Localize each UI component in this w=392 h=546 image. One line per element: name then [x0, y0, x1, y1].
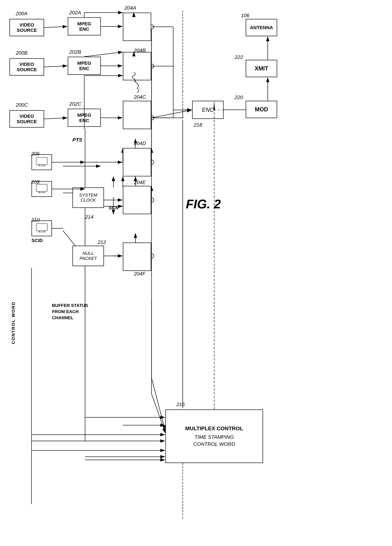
mod-box: MOD: [246, 101, 277, 118]
mpeg-enc-b: MPEGENC: [68, 57, 101, 75]
video-source-c: VIDEOSOURCE: [9, 110, 44, 128]
enc-box: ENC: [192, 101, 224, 119]
svg-rect-55: [36, 184, 47, 191]
svg-line-82: [151, 394, 165, 433]
ref-204b: 204B: [134, 48, 146, 53]
ref-202b: 202B: [69, 49, 81, 55]
mux-204a: [123, 13, 151, 41]
antenna-box: ANTENNA: [246, 19, 277, 36]
ref-206: 206: [31, 151, 39, 157]
ref-222: 222: [235, 54, 243, 60]
scr-label: SCR: [109, 205, 119, 210]
computer-icon-208: [35, 183, 48, 195]
svg-line-42: [151, 378, 165, 430]
svg-rect-59: [39, 231, 44, 232]
mpeg-enc-c: MPEGENC: [68, 109, 101, 127]
system-clock: SYSTEMCLOCK: [72, 187, 104, 208]
diagram: VIDEO SOURCE VIDEOSOURCE VIDEOSOURCE MPE…: [0, 0, 392, 546]
ref-204e: 204E: [134, 180, 146, 185]
mux-204f: [123, 242, 151, 271]
ref-200a: 200A: [16, 11, 27, 17]
ref-204d: 204D: [134, 141, 146, 146]
svg-rect-56: [39, 191, 44, 193]
detail-arrows: [0, 0, 392, 546]
computer-icon-210: [35, 223, 48, 234]
svg-line-4: [44, 118, 67, 119]
mux-204d: [123, 148, 151, 176]
computer-icon-206: [35, 157, 48, 168]
ref-204f: 204F: [134, 271, 145, 277]
video-source-b: VIDEOSOURCE: [9, 58, 44, 76]
fig-label: FIG. 2: [186, 197, 221, 211]
ref-208: 208: [31, 179, 39, 185]
svg-line-10: [151, 110, 192, 118]
mux-204c: [123, 101, 151, 129]
ref-106: 106: [241, 13, 249, 19]
control-word-label: CONTROL WORD: [9, 268, 17, 378]
pts-label: PTS: [72, 137, 82, 143]
ref-216: 216: [176, 402, 185, 407]
ref-214: 214: [85, 214, 93, 220]
svg-line-47: [84, 52, 123, 57]
ref-200b: 200B: [16, 50, 27, 56]
ref-204c: 204C: [134, 94, 146, 100]
video-source-a: VIDEO SOURCE: [9, 19, 44, 36]
svg-rect-52: [36, 157, 47, 165]
diagram-svg: [0, 0, 392, 546]
ref-202a: 202A: [69, 10, 81, 16]
mpeg-enc-a: MPEGENC: [68, 17, 101, 35]
ref-204a: 204A: [124, 5, 136, 11]
ref-210: 210: [31, 217, 39, 223]
computer-206: [32, 154, 52, 170]
svg-rect-53: [39, 165, 44, 166]
multiplex-control-box: MULTIPLEX CONTROL TIME STAMPINGCONTROL W…: [165, 410, 263, 463]
ref-218: 218: [194, 122, 202, 128]
svg-rect-58: [36, 224, 47, 231]
svg-line-2: [44, 26, 67, 27]
buffer-status-label: BUFFER STATUSFROM EACHCHANNEL: [52, 302, 88, 321]
ref-212: 212: [98, 239, 106, 245]
ref-200c: 200C: [16, 102, 28, 108]
ref-220: 220: [235, 95, 243, 100]
xmit-box: XMIT: [246, 60, 277, 77]
computer-210: [32, 221, 52, 236]
null-packet: NULLPACKET: [72, 246, 104, 266]
mux-204b: [123, 52, 151, 80]
scid-label: SCID: [32, 238, 43, 243]
ref-202c: 202C: [69, 101, 81, 107]
mux-204e: [123, 186, 151, 214]
svg-line-3: [44, 66, 67, 67]
